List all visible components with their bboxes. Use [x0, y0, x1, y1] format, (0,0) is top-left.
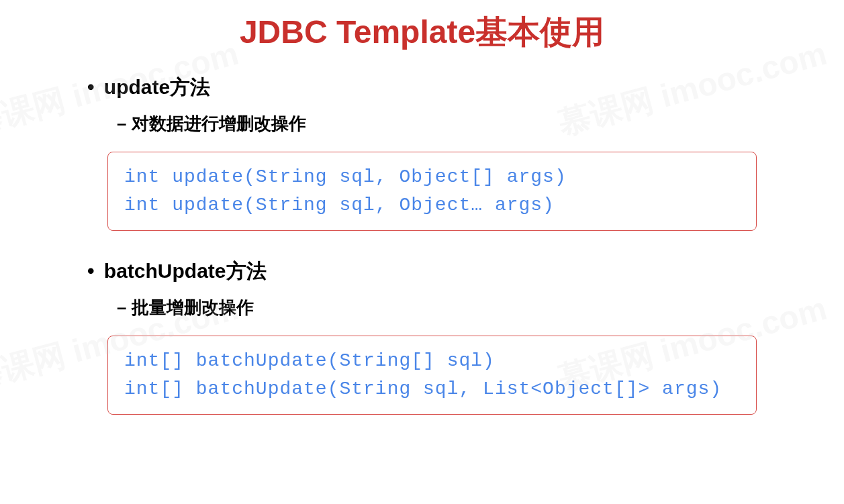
code-line: int[] batchUpdate(String sql, List<Objec…: [124, 375, 740, 403]
code-block: int[] batchUpdate(String[] sql) int[] ba…: [107, 336, 757, 415]
slide-title: JDBC Template基本使用: [0, 0, 844, 74]
section-heading: update方法: [107, 74, 757, 101]
code-line: int update(String sql, Object[] args): [124, 163, 740, 191]
code-block: int update(String sql, Object[] args) in…: [107, 152, 757, 231]
section-heading: batchUpdate方法: [107, 258, 757, 285]
content-area: update方法 对数据进行增删改操作 int update(String sq…: [0, 74, 844, 415]
section-subheading: 批量增删改操作: [137, 296, 757, 319]
code-line: int update(String sql, Object… args): [124, 191, 740, 219]
section-update: update方法 对数据进行增删改操作 int update(String sq…: [87, 74, 757, 231]
section-subheading: 对数据进行增删改操作: [137, 112, 757, 136]
code-line: int[] batchUpdate(String[] sql): [124, 347, 740, 375]
section-batchupdate: batchUpdate方法 批量增删改操作 int[] batchUpdate(…: [87, 258, 757, 415]
